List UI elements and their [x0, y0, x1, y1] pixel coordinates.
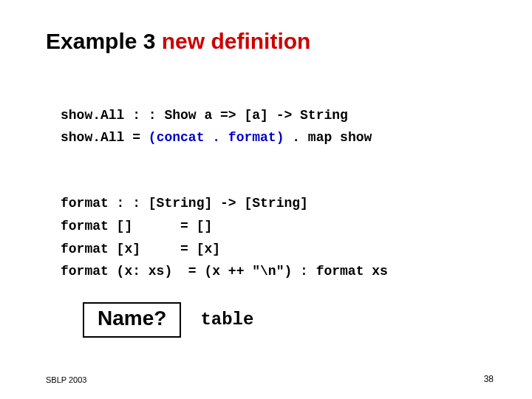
answer-text: table [200, 310, 253, 330]
code-line-def1c: . map show [284, 130, 372, 145]
code-line-sig2: format : : [String] -> [String] [61, 196, 308, 211]
title-prefix: Example 3 [46, 29, 162, 53]
code-line-def1a: show.All = [61, 130, 149, 145]
title-highlight: new definition [162, 29, 311, 53]
footer-page-number: 38 [484, 374, 494, 384]
question-box: Name? [83, 302, 181, 338]
code-line-def1b: (concat . format) [149, 130, 284, 145]
question-text: Name? [98, 307, 166, 330]
code-line-def4: format (x: xs) = (x ++ "\n") : format xs [61, 264, 388, 279]
code-line-def3: format [x] = [x] [61, 242, 220, 256]
code-block-2: format : : [String] -> [String] format [… [61, 170, 486, 283]
code-line-def2: format [] = [] [61, 219, 212, 233]
slide: Example 3 new definition show.All : : Sh… [0, 0, 532, 399]
question-row: Name? table [83, 302, 486, 338]
code-line-sig1: show.All : : Show a => [a] -> String [61, 108, 348, 123]
code-block-1: show.All : : Show a => [a] -> String sho… [61, 81, 486, 149]
footer-conference: SBLP 2003 [46, 375, 86, 384]
slide-title: Example 3 new definition [46, 28, 486, 55]
